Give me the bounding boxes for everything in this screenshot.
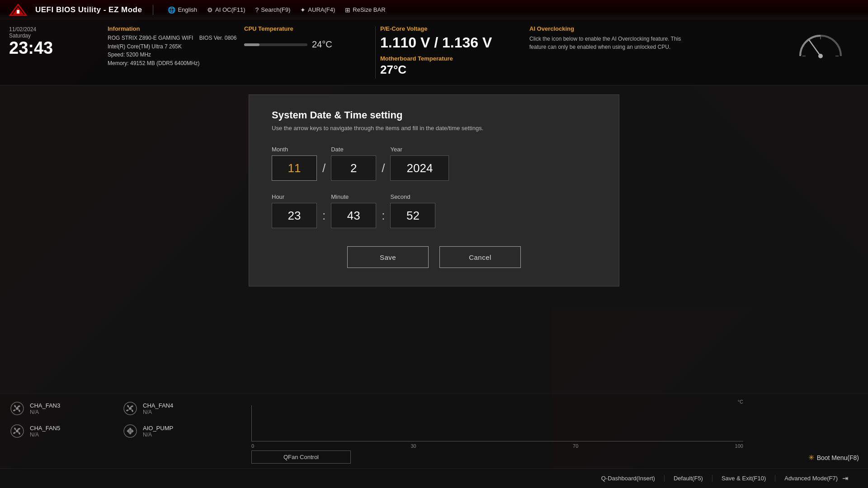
save-button[interactable]: Save [347, 246, 429, 268]
fan-icon-cha4 [122, 400, 138, 417]
vertical-divider [375, 26, 376, 79]
fan-chart-section: °C 0 30 70 100 QFan Control [244, 394, 750, 468]
time-sep-2: : [376, 200, 390, 228]
fan-name-aio: AIO_PUMP [143, 425, 173, 432]
fan-name-cha4: CHA_FAN4 [143, 402, 173, 409]
fan-name-cha3: CHA_FAN3 [30, 402, 60, 409]
year-label: Year [390, 146, 449, 153]
content-area: System Date & Time setting Use the arrow… [0, 85, 868, 394]
footer-q-dashboard[interactable]: Q-Dashboard(Insert) [592, 475, 665, 482]
dialog-overlay: System Date & Time setting Use the arrow… [0, 85, 868, 394]
chart-label-30: 30 [410, 443, 416, 449]
minute-input[interactable] [331, 203, 376, 228]
globe-icon: 🌐 [168, 6, 175, 14]
date-label: Date [331, 146, 376, 153]
svg-point-4 [818, 54, 823, 58]
datetime-column: 11/02/2024 Saturday 23:43 [9, 24, 104, 80]
search-icon: ? [255, 6, 259, 14]
month-label: Month [272, 146, 317, 153]
temp-bar-fill [244, 43, 259, 46]
voltage-title: P/E-Core Voltage [380, 25, 525, 32]
nav-search[interactable]: ? Search(F9) [252, 5, 294, 14]
nav-aura[interactable]: ✦ AURA(F4) [297, 5, 339, 14]
top-info-section: 11/02/2024 Saturday 23:43 Information RO… [0, 20, 868, 85]
mb-temp-title: Motherboard Temperature [380, 55, 525, 62]
minute-label: Minute [331, 193, 376, 200]
footer-advanced-mode[interactable]: Advanced Mode(F7) ⇥ [775, 474, 857, 483]
year-input[interactable] [390, 155, 449, 181]
mb-temp-value: 27°C [380, 63, 525, 77]
bottom-section: CHA_FAN3 N/A CHA_FAN4 [0, 394, 868, 468]
header-nav: 🌐 English ⚙ AI OC(F11) ? Search(F9) ✦ AU… [164, 5, 860, 14]
footer-bar: Q-Dashboard(Insert) Default(F5) Save & E… [0, 468, 868, 488]
cpu-temp-value: 24°C [312, 39, 332, 50]
dialog-title: System Date & Time setting [272, 109, 596, 121]
svg-point-13 [16, 430, 19, 432]
date-row: Month / Date / Year [272, 146, 596, 181]
svg-rect-2 [17, 10, 19, 14]
boot-menu-button[interactable]: ✳ Boot Menu(F8) [808, 453, 859, 462]
header-title: UEFI BIOS Utility - EZ Mode [35, 5, 142, 14]
aura-icon: ✦ [300, 6, 306, 14]
footer-default[interactable]: Default(F5) [665, 475, 712, 482]
second-label: Second [390, 193, 435, 200]
fan-speed-aio: N/A [143, 432, 173, 438]
svg-point-11 [129, 407, 132, 410]
nav-resize-bar[interactable]: ⊞ ReSize BAR [341, 5, 389, 14]
speedometer-icon [796, 29, 845, 65]
dialog-buttons: Save Cancel [272, 246, 596, 268]
hour-label: Hour [272, 193, 317, 200]
temp-bar-container: 24°C [244, 39, 371, 50]
chart-label-0: 0 [251, 443, 254, 449]
fan-item-cha4: CHA_FAN4 N/A [122, 400, 235, 417]
qfan-control-button[interactable]: QFan Control [251, 450, 351, 464]
hour-input[interactable] [272, 203, 317, 228]
cpu-temp-title: CPU Temperature [244, 25, 371, 32]
fan-item-cha5: CHA_FAN5 N/A [9, 423, 122, 439]
datetime-dialog: System Date & Time setting Use the arrow… [249, 94, 619, 286]
datetime-fields: Month / Date / Year [272, 146, 596, 228]
fan-info-cha3: CHA_FAN3 N/A [30, 402, 60, 415]
month-group: Month [272, 146, 317, 181]
svg-point-9 [16, 407, 19, 410]
system-info-column: Information ROG STRIX Z890-E GAMING WIFI… [104, 24, 244, 80]
fan-icon-aio [122, 423, 138, 439]
fan-speed-cha4: N/A [143, 409, 173, 415]
date-input[interactable] [331, 155, 376, 181]
year-group: Year [390, 146, 449, 181]
boot-menu-label: Boot Menu(F8) [817, 454, 859, 461]
fan-item-aio: AIO_PUMP N/A [122, 423, 235, 439]
month-input[interactable] [272, 155, 317, 181]
ai-oc-column: AI Overclocking Click the icon below to … [525, 24, 859, 80]
hour-group: Hour [272, 193, 317, 228]
minute-group: Minute [331, 193, 376, 228]
chart-unit: °C [251, 399, 743, 404]
cpu-temp-column: CPU Temperature 24°C [244, 24, 371, 80]
day-display: Saturday [9, 33, 104, 39]
fan-icon-cha3 [9, 400, 25, 417]
header-bar: UEFI BIOS Utility - EZ Mode 🌐 English ⚙ … [0, 0, 868, 20]
speed-info: Speed: 5200 MHz [108, 51, 244, 59]
second-input[interactable] [390, 203, 435, 228]
inner-content: System Date & Time setting Use the arrow… [0, 85, 868, 394]
rog-logo [8, 3, 28, 17]
info-title: Information [108, 25, 244, 32]
fan-section: CHA_FAN3 N/A CHA_FAN4 [0, 394, 244, 468]
fan-icon-cha5 [9, 423, 25, 439]
exit-arrow-icon: ⇥ [842, 474, 848, 483]
svg-line-3 [809, 40, 821, 56]
nav-language[interactable]: 🌐 English [164, 5, 201, 14]
boot-menu-icon: ✳ [808, 453, 814, 462]
nav-ai-oc[interactable]: ⚙ AI OC(F11) [203, 5, 249, 14]
second-group: Second [390, 193, 435, 228]
dialog-description: Use the arrow keys to navigate through t… [272, 125, 596, 131]
fan-name-cha5: CHA_FAN5 [30, 425, 60, 432]
date-sep-2: / [376, 152, 390, 181]
cpu-info: Intel(R) Core(TM) Ultra 7 265K [108, 42, 244, 51]
cancel-button[interactable]: Cancel [439, 246, 521, 268]
chart-area [251, 405, 743, 441]
footer-save-exit[interactable]: Save & Exit(F10) [712, 475, 775, 482]
resize-icon: ⊞ [345, 6, 350, 14]
chart-label-70: 70 [573, 443, 578, 449]
clock-display: 23:43 [9, 39, 104, 58]
